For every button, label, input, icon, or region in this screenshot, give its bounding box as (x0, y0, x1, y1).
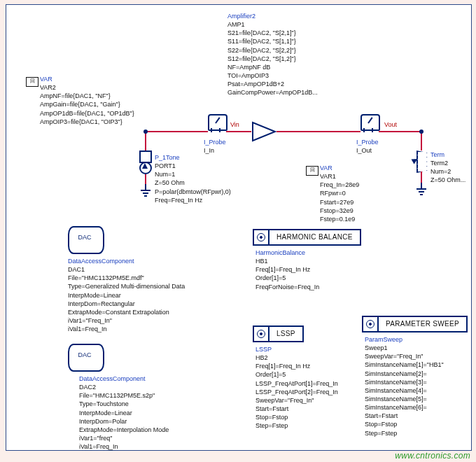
header: HarmonicBalance (255, 248, 319, 257)
inst-name: AMP1 (227, 20, 318, 29)
i-probe-out-params[interactable]: I_Probe I_Out (356, 138, 379, 155)
param: iVar1="freq" (79, 434, 169, 442)
var-icon: 回 (26, 77, 38, 87)
wire (145, 131, 208, 132)
net-label-vin: Vin (230, 121, 239, 128)
inst-name: DAC2 (79, 383, 169, 391)
ground-symbol (141, 190, 150, 197)
p1tone-params[interactable]: P_1Tone PORT1 Num=1 Z=50 Ohm P=polar(dbm… (155, 153, 231, 204)
watermark: www.cntronics.com (395, 451, 470, 461)
term-params[interactable]: Term Term2 Num=2 Z=50 Ohm... (430, 150, 465, 185)
parameter-sweep-params[interactable]: ParamSweep Sweep1 SweepVar="Freq_In" Sim… (365, 335, 444, 438)
param: Fstart=27e9 (320, 198, 359, 206)
inst-name: VAR1 (320, 172, 359, 181)
var2-params[interactable]: VAR VAR2 AmpNF=file{DAC1, "NF"} AmpGain=… (40, 75, 134, 126)
p1tone-symbol[interactable] (139, 150, 152, 174)
inst-name: I_Out (356, 146, 379, 155)
param: S11=file{DAC2, "S[1,1]"} (227, 37, 318, 46)
wire (421, 131, 422, 150)
header: VAR (320, 164, 359, 172)
param: iVal1=Freq_In (79, 442, 169, 451)
param: Step=Fstep (255, 421, 338, 430)
param: ExtrapMode=Interpolation Mode (79, 426, 169, 434)
dac2-params[interactable]: DataAccessComponent DAC2 File="HMC1132PM… (79, 374, 169, 451)
lssp-controller[interactable]: LSSP (253, 326, 304, 342)
harmonic-balance-params[interactable]: HarmonicBalance HB1 Freq[1]=Freq_In Hz O… (255, 248, 319, 291)
amplifier-params[interactable]: Amplifier2 AMP1 S21=file{DAC2, "S[2,1]"}… (227, 12, 318, 97)
var1-params[interactable]: VAR VAR1 Freq_In=28e9 RFpwr=0 Fstart=27e… (320, 164, 359, 223)
param: Order[1]=5 (255, 370, 338, 379)
param: iVar1="Freq_In" (68, 316, 185, 325)
controller-title: PARAMETER SWEEP (379, 316, 468, 332)
amplifier-symbol[interactable] (251, 121, 276, 142)
inst-name: HB1 (255, 257, 319, 265)
param: iVal1=Freq_In (68, 325, 185, 333)
param: File="HMC1132PM5E.mdf" (68, 274, 185, 282)
i-probe-in-symbol[interactable] (206, 114, 227, 132)
i-probe-in-params[interactable]: I_Probe I_In (204, 138, 226, 155)
wire-node (144, 130, 148, 134)
schematic-canvas[interactable]: Vin Vout 回 回 Amplifier2 AMP1 S21=file{DA… (6, 4, 472, 451)
param: TOI=AmpOIP3 (227, 71, 318, 80)
param: LSSP_FreqAtPort[1]=Freq_In (255, 379, 338, 388)
param: SimInstanceName[3]= (365, 378, 444, 386)
header: Amplifier2 (227, 12, 318, 20)
i-probe-out-symbol[interactable] (359, 114, 380, 132)
wire (145, 131, 146, 150)
param: InterpMode=Linear (68, 291, 185, 300)
header: Term (430, 150, 465, 159)
param: Z=50 Ohm (155, 178, 231, 187)
controller-title: LSSP (270, 326, 304, 342)
wire-node (419, 130, 424, 134)
param: Type=Touchstone (79, 400, 169, 408)
param: SimInstanceName[5]= (365, 395, 444, 403)
inst-name: HB2 (255, 354, 338, 362)
param: AmpGain=file{DAC1, "Gain"} (40, 100, 134, 108)
param: ExtrapMode=Constant Extrapolation (68, 308, 185, 316)
param: Freq=Freq_In Hz (155, 196, 231, 204)
inst-name: Term2 (430, 159, 465, 167)
param: RFpwr=0 (320, 189, 359, 197)
param: Start=Fstart (255, 405, 338, 413)
lssp-params[interactable]: LSSP HB2 Freq[1]=Freq_In Hz Order[1]=5 L… (255, 345, 338, 430)
inst-name: VAR2 (40, 83, 134, 92)
param: AmpOP1dB=file{DAC1, "OP1dB"} (40, 109, 134, 118)
param: InterpMode=Linear (79, 409, 169, 417)
wire (421, 172, 422, 183)
param: SimInstanceName[2]= (365, 370, 444, 378)
controller-icon (253, 326, 270, 342)
harmonic-balance-controller[interactable]: HARMONIC BALANCE (253, 229, 361, 246)
dac2-symbol[interactable]: DAC (68, 344, 102, 369)
param: SimInstanceName[4]= (365, 386, 444, 395)
param: S12=file{DAC2, "S[1,2]"} (227, 55, 318, 63)
wire (145, 174, 146, 184)
param: Freq_In=28e9 (320, 181, 359, 189)
param: Stop=Fstop (365, 420, 444, 428)
inst-name: DAC1 (68, 265, 185, 274)
param: S21=file{DAC2, "S[2,1]"} (227, 29, 318, 37)
param: Psat=AmpOP1dB+2 (227, 80, 318, 88)
header: ParamSweep (365, 335, 444, 344)
dac-label: DAC (68, 234, 102, 241)
inst-name: Sweep1 (365, 344, 444, 352)
param: SimInstanceName[6]= (365, 403, 444, 412)
term-symbol[interactable] (416, 150, 426, 174)
param: Type=Generalized Multi-dimensional Data (68, 282, 185, 290)
dac1-symbol[interactable]: DAC (68, 226, 102, 251)
dac1-params[interactable]: DataAccessComponent DAC1 File="HMC1132PM… (68, 257, 185, 333)
inst-name: PORT1 (155, 162, 231, 170)
header: I_Probe (356, 138, 379, 146)
param: Start=Fstart (365, 412, 444, 420)
param: LSSP_FreqAtPort[2]=Freq_In (255, 388, 338, 396)
header: P_1Tone (155, 153, 231, 162)
param: S22=file{DAC2, "S[2,2]"} (227, 46, 318, 55)
param: Num=2 (430, 167, 465, 176)
param: Order[1]=5 (255, 274, 319, 282)
param: Freq[1]=Freq_In Hz (255, 265, 319, 274)
controller-icon (362, 316, 379, 332)
var-icon: 回 (306, 166, 318, 176)
param: SweepVar="Freq_In" (255, 396, 338, 405)
param: File="HMC1132PM5E.s2p" (79, 391, 169, 400)
controller-icon (253, 229, 270, 246)
parameter-sweep-controller[interactable]: PARAMETER SWEEP (362, 316, 468, 332)
